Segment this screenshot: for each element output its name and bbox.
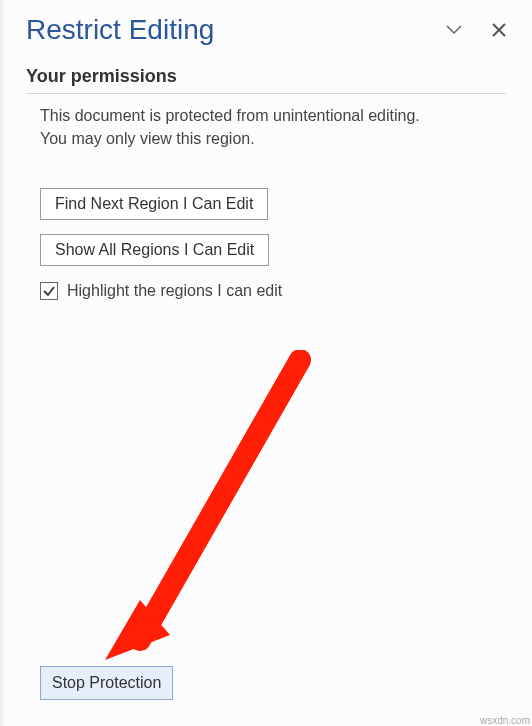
- permissions-line-2: You may only view this region.: [40, 127, 492, 150]
- section-divider: [26, 93, 506, 94]
- controls-group: Find Next Region I Can Edit Show All Reg…: [26, 150, 506, 300]
- svg-line-0: [140, 360, 300, 640]
- section-heading: Your permissions: [26, 66, 506, 93]
- svg-marker-1: [105, 600, 170, 660]
- pane-title: Restrict Editing: [26, 14, 446, 46]
- permissions-line-1: This document is protected from unintent…: [40, 104, 492, 127]
- watermark-text: wsxdn.com: [480, 715, 530, 726]
- permissions-body: This document is protected from unintent…: [26, 104, 506, 150]
- permissions-section: Your permissions This document is protec…: [0, 66, 532, 300]
- pane-left-edge: [0, 0, 3, 726]
- stop-protection-button[interactable]: Stop Protection: [40, 666, 173, 700]
- pane-header-controls: [446, 23, 506, 37]
- highlight-checkbox-label: Highlight the regions I can edit: [67, 282, 282, 300]
- close-icon[interactable]: [492, 23, 506, 37]
- restrict-editing-pane: Restrict Editing Your permissions This d…: [0, 0, 532, 726]
- arrow-annotation-icon: [100, 350, 320, 680]
- show-all-regions-button[interactable]: Show All Regions I Can Edit: [40, 234, 269, 266]
- pane-header: Restrict Editing: [0, 0, 532, 60]
- find-next-region-button[interactable]: Find Next Region I Can Edit: [40, 188, 268, 220]
- highlight-checkbox-row: Highlight the regions I can edit: [40, 282, 492, 300]
- highlight-checkbox[interactable]: [40, 282, 58, 300]
- chevron-down-icon[interactable]: [446, 25, 462, 35]
